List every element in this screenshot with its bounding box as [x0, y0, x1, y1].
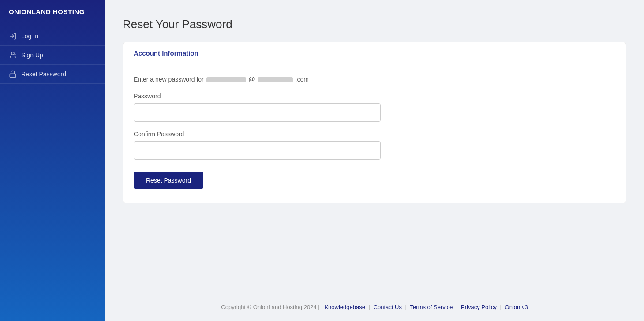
- reset-password-button[interactable]: Reset Password: [134, 172, 203, 189]
- footer-link-privacy[interactable]: Privacy Policy: [461, 304, 497, 310]
- svg-rect-4: [10, 74, 16, 77]
- sidebar: ONIONLAND HOSTING Log In Sign Up: [0, 0, 105, 321]
- footer-copyright: Copyright © OnionLand Hosting 2024 |: [221, 304, 319, 310]
- email-suffix: .com: [296, 76, 309, 83]
- footer-link-terms[interactable]: Terms of Service: [410, 304, 453, 310]
- footer-sep-1: |: [369, 304, 370, 310]
- footer-sep-3: |: [456, 304, 457, 310]
- card-body: Enter a new password for @ .com Password…: [123, 63, 626, 203]
- email-prefix: Enter a new password for: [134, 76, 206, 83]
- card-header: Account Information: [123, 42, 626, 63]
- sidebar-item-login[interactable]: Log In: [0, 27, 105, 46]
- footer-sep-2: |: [405, 304, 407, 310]
- footer-link-contact-us[interactable]: Contact Us: [374, 304, 402, 310]
- key-icon: [9, 70, 17, 78]
- confirm-password-field-group: Confirm Password: [134, 131, 615, 160]
- email-username-redacted: [206, 77, 246, 82]
- confirm-password-label: Confirm Password: [134, 131, 615, 138]
- sidebar-login-label: Log In: [21, 33, 38, 40]
- confirm-password-input[interactable]: [134, 141, 381, 160]
- password-label: Password: [134, 93, 615, 100]
- sidebar-item-reset-password[interactable]: Reset Password: [0, 65, 105, 84]
- footer: Copyright © OnionLand Hosting 2024 | Kno…: [105, 295, 644, 321]
- sidebar-reset-label: Reset Password: [21, 71, 66, 78]
- email-domain-redacted: [258, 77, 293, 82]
- footer-sep-4: |: [500, 304, 502, 310]
- sidebar-navigation: Log In Sign Up Reset Password: [0, 22, 105, 88]
- user-plus-icon: [9, 51, 17, 59]
- main-content: Reset Your Password Account Information …: [105, 0, 644, 321]
- brand-name: ONIONLAND HOSTING: [9, 8, 85, 15]
- password-input[interactable]: [134, 103, 381, 122]
- svg-point-1: [11, 52, 14, 55]
- card-section-title: Account Information: [134, 49, 615, 57]
- main-inner: Reset Your Password Account Information …: [105, 0, 644, 295]
- footer-link-onion[interactable]: Onion v3: [505, 304, 528, 310]
- reset-password-card: Account Information Enter a new password…: [123, 42, 626, 203]
- login-icon: [9, 32, 17, 40]
- page-title: Reset Your Password: [123, 18, 626, 31]
- sidebar-signup-label: Sign Up: [21, 52, 43, 59]
- email-info-text: Enter a new password for @ .com: [134, 76, 615, 83]
- password-field-group: Password: [134, 93, 615, 122]
- footer-link-knowledgebase[interactable]: Knowledgebase: [324, 304, 365, 310]
- sidebar-item-signup[interactable]: Sign Up: [0, 46, 105, 65]
- sidebar-logo: ONIONLAND HOSTING: [0, 0, 105, 22]
